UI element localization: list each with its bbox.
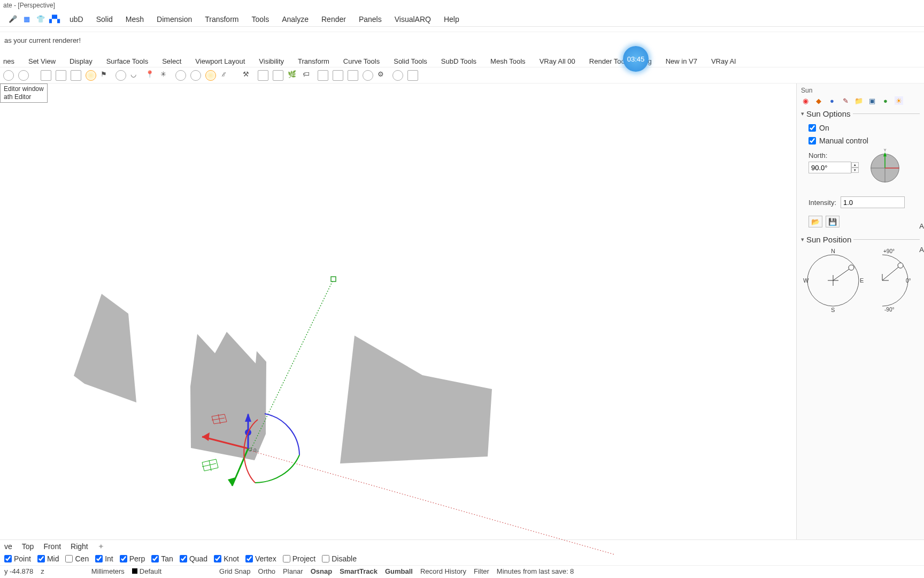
folder2-icon[interactable]: 📁 [854,96,863,105]
arc-icon[interactable]: ◡ [130,70,141,81]
view-right[interactable]: Right [71,542,88,551]
intensity-input[interactable] [841,196,905,208]
command-line[interactable]: as your current renderer! [0,32,924,48]
view-top[interactable]: Top [22,542,34,551]
north-compass[interactable]: Y [868,151,902,185]
frame-icon[interactable]: ▣ [868,96,876,105]
target-icon[interactable] [392,70,403,81]
grid2-icon[interactable] [333,70,343,81]
north-input[interactable] [808,162,851,173]
frame3-icon[interactable] [71,70,81,81]
globe-icon[interactable] [18,70,29,81]
mic-icon[interactable]: 🎤 [9,15,17,24]
planar-toggle[interactable]: Planar [283,567,303,575]
brush-icon[interactable]: ✎ [841,96,850,105]
box1-icon[interactable] [258,70,268,81]
osnap-point[interactable]: Point [4,554,31,563]
open-button[interactable]: 📂 [808,216,822,227]
menu-render[interactable]: Render [315,13,352,26]
env-icon[interactable]: ● [881,96,890,105]
sun-tab-icon[interactable]: ☀ [895,96,903,105]
sun-options-header[interactable]: ▾ Sun Options [801,109,920,118]
gauge-icon[interactable] [363,70,373,81]
grid1-icon[interactable] [318,70,328,81]
osnap-int[interactable]: Int [95,554,113,563]
frame1-icon[interactable] [41,70,51,81]
view-add-icon[interactable]: ✦ [98,542,104,551]
osnap-knot[interactable]: Knot [214,554,239,563]
north-spinner[interactable]: ▴▾ [851,162,859,173]
osnap-toggle[interactable]: Osnap [311,567,332,575]
filter-toggle[interactable]: Filter [474,567,489,575]
osnap-perp[interactable]: Perp [120,554,145,563]
slash-icon[interactable]: ⫽ [220,70,231,81]
ortho-toggle[interactable]: Ortho [258,567,276,575]
pin-icon[interactable]: 📍 [145,70,156,81]
menu-dimension[interactable]: Dimension [150,13,198,26]
menu-tools[interactable]: Tools [245,13,275,26]
layer[interactable]: Default [132,567,161,575]
menu-transform[interactable]: Transform [198,13,245,26]
ball-icon[interactable]: ● [828,96,836,105]
osnap-mid[interactable]: Mid [37,554,59,563]
menu-visualarq[interactable]: VisualARQ [388,13,437,26]
osnap-quad[interactable]: Quad [180,554,207,563]
rainbow-icon[interactable]: ◉ [801,96,810,105]
shirt-icon[interactable]: 👕 [36,15,45,24]
osnap-project[interactable]: Project [283,554,316,563]
sunface-icon[interactable] [86,70,96,81]
gumball-toggle[interactable]: Gumball [385,567,413,575]
circle2-icon[interactable] [175,70,186,81]
osnap-tan[interactable]: Tan [151,554,173,563]
tab-viewportlayout[interactable]: Viewport Layout [195,57,245,65]
view-front[interactable]: Front [43,542,61,551]
save-button[interactable]: 💾 [826,216,840,227]
flag-icon[interactable]: ⚑ [101,70,111,81]
menu-subd[interactable]: ubD [63,13,90,26]
spark-icon[interactable]: ✳ [160,70,171,81]
grass-icon[interactable]: 🌿 [288,70,298,81]
ring-icon[interactable] [116,70,126,81]
grid-icon[interactable]: ▦ [22,15,31,24]
camera-icon[interactable] [407,70,418,81]
menu-solid[interactable]: Solid [90,13,119,26]
units[interactable]: Millimeters [91,567,125,575]
osnap-vertex[interactable]: Vertex [245,554,276,563]
osnap-cen[interactable]: Cen [65,554,89,563]
tab-subdtools[interactable]: SubD Tools [441,57,476,65]
sun-on-checkbox[interactable]: On [801,123,920,135]
tab-solidtools[interactable]: Solid Tools [394,57,427,65]
tab-display[interactable]: Display [70,57,93,65]
sun-manual-checkbox[interactable]: Manual control [801,135,920,148]
tab-surfacetools[interactable]: Surface Tools [106,57,149,65]
circle3-icon[interactable] [190,70,201,81]
tab-vrayall[interactable]: VRay All 00 [540,57,575,65]
view-ve[interactable]: ve [4,542,12,551]
tab-setview[interactable]: Set View [28,57,56,65]
altitude-dial[interactable]: +90° 0° -90° [873,248,921,314]
tab-transform[interactable]: Transform [298,57,329,65]
burst-icon[interactable]: ⚙ [378,70,388,81]
tab-vrayal[interactable]: VRay Al [711,57,736,65]
sun2-icon[interactable] [205,70,216,81]
cycle-icon[interactable] [3,70,14,81]
gridsnap-toggle[interactable]: Grid Snap [219,567,251,575]
frame2-icon[interactable] [56,70,66,81]
tab-curvetools[interactable]: Curve Tools [343,57,380,65]
menu-analyze[interactable]: Analyze [275,13,315,26]
tab-newinv7[interactable]: New in V7 [666,57,697,65]
box2-icon[interactable] [273,70,283,81]
apps-icon[interactable]: ▞▚ [50,15,59,24]
sun-position-header[interactable]: ▾ Sun Position [801,235,920,244]
recordhistory-toggle[interactable]: Record History [420,567,466,575]
viewport-perspective[interactable]: Editor window ath Editor [0,83,797,539]
menu-help[interactable]: Help [437,13,466,26]
tripod-icon[interactable]: ⚒ [243,70,253,81]
menu-mesh[interactable]: Mesh [119,13,150,26]
tab-nes[interactable]: nes [3,57,14,65]
tag-icon[interactable]: 🏷 [303,70,313,81]
layers-icon[interactable]: ◆ [814,96,823,105]
menu-panels[interactable]: Panels [352,13,388,26]
smarttrack-toggle[interactable]: SmartTrack [340,567,378,575]
azimuth-dial[interactable]: N S W E [803,248,862,314]
